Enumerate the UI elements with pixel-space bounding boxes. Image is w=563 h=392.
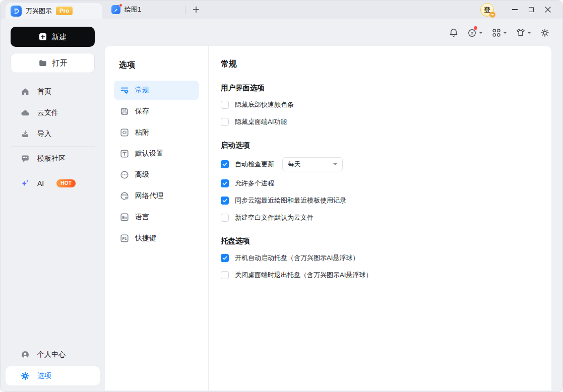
- checkbox[interactable]: [221, 197, 229, 205]
- tab-home[interactable]: 万兴图示 Pro: [6, 3, 102, 19]
- chevron-down-icon: [479, 32, 483, 34]
- sidebar-item-options[interactable]: 选项: [6, 366, 100, 385]
- new-button-label: 新建: [52, 32, 67, 42]
- svg-text:?: ?: [471, 31, 474, 36]
- settings-button[interactable]: [538, 26, 551, 39]
- avatar-badge: [489, 12, 495, 18]
- help-button[interactable]: ?: [466, 26, 484, 39]
- app-logo-icon: [11, 6, 22, 17]
- checkbox[interactable]: [221, 254, 229, 262]
- notifications-button[interactable]: [447, 26, 460, 39]
- section-heading: 托盘选项: [221, 236, 551, 246]
- sidebar-item-import[interactable]: 导入: [1, 123, 105, 145]
- profile-label: 个人中心: [37, 350, 66, 359]
- save-icon: [120, 107, 129, 116]
- setting-row: 隐藏底部快速颜色条: [221, 100, 551, 110]
- sidebar-item-template-community[interactable]: 模板社区: [1, 148, 105, 169]
- folder-icon: [38, 58, 47, 68]
- open-button[interactable]: 打开: [11, 53, 95, 73]
- options-label: 选项: [37, 371, 51, 380]
- settings-menu-item-save[interactable]: 保存: [114, 102, 199, 121]
- sidebar-nav-community: 模板社区: [1, 148, 105, 169]
- chevron-down-icon: [527, 32, 531, 34]
- sidebar-nav-ai: AIHOT: [1, 173, 105, 194]
- snap-icon: [120, 128, 129, 137]
- setting-row: 开机自动启动托盘（含万兴图示AI悬浮球）: [221, 253, 551, 263]
- settings-menu-item-language[interactable]: En语言: [114, 208, 199, 227]
- document-tab-label: 绘图1: [124, 5, 141, 14]
- settings-menu-item-network-proxy[interactable]: 网络代理: [114, 186, 199, 206]
- app-window: 万兴图示 Pro 绘图1 登 新建: [0, 0, 563, 392]
- setting-row: 隐藏桌面端AI功能: [221, 117, 551, 127]
- page-title: 常规: [221, 59, 551, 70]
- close-button[interactable]: [542, 4, 554, 16]
- checkbox[interactable]: [221, 118, 229, 126]
- checkbox[interactable]: [221, 160, 229, 168]
- svg-text:En: En: [122, 215, 127, 220]
- notification-dot: [474, 26, 477, 30]
- dropdown-value: 每天: [288, 160, 300, 169]
- new-button[interactable]: 新建: [11, 27, 95, 47]
- sidebar-item-label: 导入: [37, 129, 51, 139]
- sidebar-item-ai[interactable]: AIHOT: [1, 173, 105, 194]
- checkbox[interactable]: [221, 179, 229, 187]
- checkbox-label: 隐藏桌面端AI功能: [235, 117, 287, 126]
- settings-menu-item-default-settings[interactable]: 默认设置: [114, 144, 199, 163]
- open-button-label: 打开: [52, 58, 68, 68]
- checkbox-label: 开机自动启动托盘（含万兴图示AI悬浮球）: [235, 253, 359, 263]
- section-heading: 用户界面选项: [221, 83, 551, 93]
- new-tab-button[interactable]: [191, 4, 202, 15]
- tab-document[interactable]: 绘图1: [107, 1, 145, 19]
- checkbox[interactable]: [221, 271, 229, 279]
- settings-content: 常规 用户界面选项隐藏底部快速颜色条隐藏桌面端AI功能启动选项自动检查更新每天允…: [209, 46, 551, 390]
- settings-panel: 选项 常规保存粘附默认设置高级网络代理En语言F1快捷键 常规 用户界面选项隐藏…: [105, 46, 551, 390]
- settings-menu-label: 高级: [135, 170, 149, 179]
- sidebar-item-cloud-files[interactable]: 云文件: [1, 102, 105, 123]
- notifications-icon: [449, 28, 459, 38]
- checkbox[interactable]: [221, 101, 229, 109]
- settings-title: 选项: [119, 60, 199, 71]
- checkbox-label: 允许多个进程: [235, 179, 274, 188]
- user-avatar[interactable]: 登: [480, 3, 494, 17]
- maximize-button[interactable]: [525, 4, 537, 16]
- sidebar-divider: [11, 171, 95, 171]
- setting-row: 同步云端最近绘图和最近模板使用记录: [221, 195, 551, 206]
- chevron-down-icon: [503, 32, 507, 34]
- default-settings-icon: [120, 149, 129, 158]
- settings-icon: [540, 28, 550, 38]
- tab-separator: [185, 6, 185, 14]
- sidebar-item-label: 首页: [37, 87, 51, 96]
- person-icon: [21, 350, 30, 359]
- setting-row: 自动检查更新每天: [221, 157, 551, 171]
- advanced-icon: [120, 170, 129, 179]
- sidebar-item-profile[interactable]: 个人中心: [6, 344, 100, 365]
- settings-menu-item-snap[interactable]: 粘附: [114, 123, 199, 142]
- sidebar-item-label: 模板社区: [37, 154, 66, 163]
- setting-row: 新建空白文件默认为云文件: [221, 213, 551, 223]
- settings-menu-label: 快捷键: [135, 234, 156, 243]
- settings-menu-label: 保存: [135, 107, 149, 116]
- sidebar-item-home[interactable]: 首页: [1, 81, 105, 102]
- topbar-icons: ?: [447, 26, 551, 40]
- update-frequency-dropdown[interactable]: 每天: [282, 157, 343, 171]
- minimize-button[interactable]: [509, 4, 521, 16]
- general-icon: [120, 86, 129, 95]
- checkbox-label: 自动检查更新: [235, 160, 274, 169]
- theme-icon: [516, 28, 526, 38]
- checkbox-label: 同步云端最近绘图和最近模板使用记录: [235, 196, 346, 205]
- theme-button[interactable]: [514, 26, 533, 39]
- apps-button[interactable]: [490, 26, 509, 39]
- checkbox[interactable]: [221, 214, 229, 222]
- sidebar-nav-main: 首页云文件导入: [1, 81, 105, 145]
- checkbox-label: 新建空白文件默认为云文件: [235, 213, 314, 222]
- settings-nav: 选项 常规保存粘附默认设置高级网络代理En语言F1快捷键: [105, 46, 209, 390]
- network-proxy-icon: [120, 191, 129, 201]
- cloud-icon: [21, 108, 30, 117]
- settings-menu-item-hotkeys[interactable]: F1快捷键: [114, 229, 199, 248]
- settings-menu-item-advanced[interactable]: 高级: [114, 165, 199, 184]
- titlebar: 万兴图示 Pro 绘图1 登: [1, 1, 562, 19]
- pro-badge: Pro: [56, 7, 73, 16]
- settings-menu-item-general[interactable]: 常规: [114, 81, 199, 100]
- hotkeys-icon: F1: [120, 234, 129, 243]
- hot-badge: HOT: [56, 179, 76, 187]
